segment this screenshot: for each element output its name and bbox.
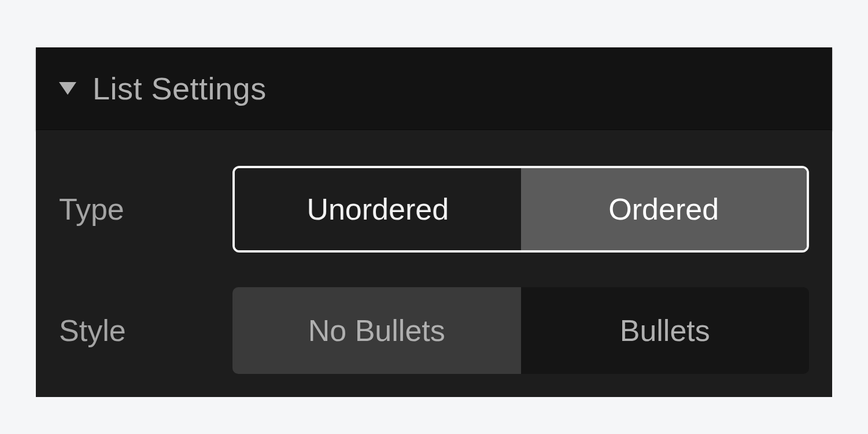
style-label: Style [59, 313, 232, 348]
type-label: Type [59, 192, 232, 227]
panel-header[interactable]: List Settings [36, 47, 832, 130]
svg-marker-0 [59, 82, 76, 95]
type-segmented-control: Unordered Ordered [232, 166, 809, 253]
row-style: Style No Bullets Bullets [59, 287, 809, 374]
style-option-bullets[interactable]: Bullets [521, 287, 810, 374]
chevron-down-icon [59, 82, 76, 95]
style-option-no-bullets[interactable]: No Bullets [232, 287, 521, 374]
row-type: Type Unordered Ordered [59, 166, 809, 253]
type-option-ordered[interactable]: Ordered [521, 168, 807, 250]
panel-title: List Settings [93, 71, 267, 106]
style-segmented-control: No Bullets Bullets [232, 287, 809, 374]
list-settings-panel: List Settings Type Unordered Ordered Sty… [36, 47, 832, 383]
panel-body: Type Unordered Ordered Style No Bullets … [36, 130, 832, 397]
type-option-unordered[interactable]: Unordered [235, 168, 521, 250]
